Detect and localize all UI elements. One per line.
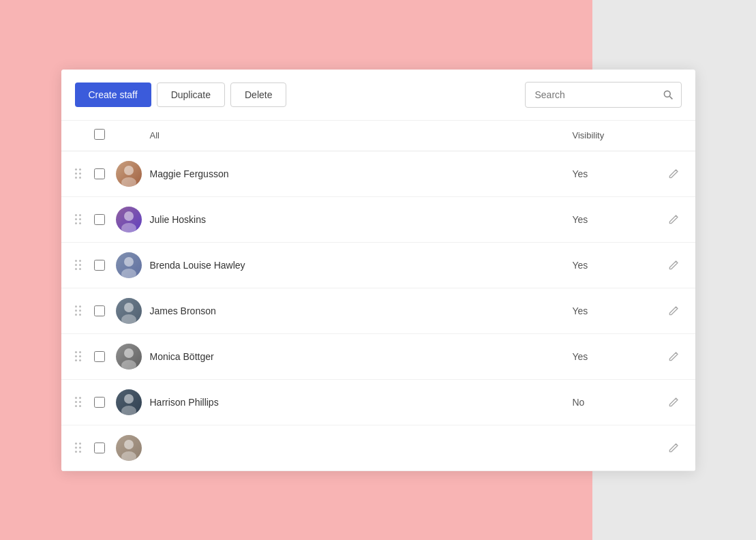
table-body: Maggie Fergusson Yes bbox=[61, 151, 695, 471]
row-checkbox-3[interactable] bbox=[94, 260, 105, 271]
edit-button-1[interactable] bbox=[665, 166, 682, 182]
svg-point-5 bbox=[121, 223, 136, 232]
table-row: James Bronson Yes bbox=[61, 288, 695, 334]
avatar bbox=[116, 252, 142, 278]
row-checkbox-5[interactable] bbox=[94, 351, 105, 362]
edit-button-2[interactable] bbox=[665, 211, 682, 228]
table-row: Harrison Phillips No bbox=[61, 380, 695, 425]
staff-list-card: Create staff Duplicate Delete All bbox=[61, 70, 695, 471]
avatar bbox=[116, 435, 142, 461]
name-column-header: All bbox=[150, 130, 573, 140]
create-staff-button[interactable]: Create staff bbox=[75, 82, 151, 107]
row-name-1: Maggie Fergusson bbox=[150, 168, 573, 179]
svg-point-11 bbox=[121, 360, 136, 370]
row-name-3: Brenda Louise Hawley bbox=[150, 260, 573, 271]
row-visibility-3: Yes bbox=[573, 260, 654, 271]
row-visibility-1: Yes bbox=[573, 168, 654, 179]
drag-handle[interactable] bbox=[75, 395, 94, 408]
drag-handle[interactable] bbox=[75, 350, 94, 363]
table-row bbox=[61, 425, 695, 471]
svg-point-2 bbox=[124, 166, 134, 175]
edit-button-6[interactable] bbox=[665, 394, 682, 410]
select-all-checkbox[interactable] bbox=[94, 129, 105, 140]
row-visibility-4: Yes bbox=[573, 305, 654, 316]
edit-button-4[interactable] bbox=[665, 303, 682, 319]
drag-handle[interactable] bbox=[75, 213, 94, 226]
search-input[interactable] bbox=[525, 82, 682, 108]
row-name-4: James Bronson bbox=[150, 305, 573, 316]
svg-point-10 bbox=[124, 348, 134, 358]
svg-point-9 bbox=[121, 314, 136, 324]
table-row: Brenda Louise Hawley Yes bbox=[61, 243, 695, 288]
row-name-2: Julie Hoskins bbox=[150, 214, 573, 225]
row-name-6: Harrison Phillips bbox=[150, 397, 573, 408]
avatar bbox=[116, 344, 142, 370]
svg-point-6 bbox=[124, 257, 134, 267]
row-name-5: Monica Böttger bbox=[150, 351, 573, 362]
duplicate-button[interactable]: Duplicate bbox=[157, 82, 225, 107]
toolbar: Create staff Duplicate Delete bbox=[61, 70, 695, 121]
avatar bbox=[116, 298, 142, 324]
svg-point-4 bbox=[124, 211, 134, 221]
svg-point-3 bbox=[121, 177, 136, 187]
svg-point-12 bbox=[124, 394, 134, 404]
table-header: All Visibility bbox=[61, 121, 695, 151]
avatar bbox=[116, 389, 142, 415]
svg-point-7 bbox=[121, 269, 136, 278]
row-visibility-5: Yes bbox=[573, 351, 654, 362]
delete-button[interactable]: Delete bbox=[230, 82, 286, 107]
svg-point-14 bbox=[124, 440, 134, 449]
row-visibility-2: Yes bbox=[573, 214, 654, 225]
edit-button-3[interactable] bbox=[665, 257, 682, 273]
row-checkbox-4[interactable] bbox=[94, 305, 105, 316]
avatar bbox=[116, 207, 142, 232]
search-wrap bbox=[525, 82, 682, 108]
drag-handle[interactable] bbox=[75, 167, 94, 180]
visibility-column-header: Visibility bbox=[573, 130, 654, 140]
avatar bbox=[116, 161, 142, 187]
table-row: Julie Hoskins Yes bbox=[61, 197, 695, 243]
svg-point-15 bbox=[121, 451, 136, 461]
row-checkbox-2[interactable] bbox=[94, 214, 105, 225]
drag-handle[interactable] bbox=[75, 258, 94, 271]
row-checkbox-7[interactable] bbox=[94, 442, 105, 453]
drag-handle[interactable] bbox=[75, 304, 94, 317]
row-checkbox-6[interactable] bbox=[94, 397, 105, 408]
edit-button-7[interactable] bbox=[665, 440, 682, 456]
table-row: Monica Böttger Yes bbox=[61, 334, 695, 380]
drag-handle[interactable] bbox=[75, 441, 94, 454]
edit-button-5[interactable] bbox=[665, 348, 682, 365]
svg-point-13 bbox=[121, 406, 136, 415]
row-checkbox-1[interactable] bbox=[94, 168, 105, 179]
svg-point-8 bbox=[124, 303, 134, 312]
row-visibility-6: No bbox=[573, 397, 654, 408]
table-row: Maggie Fergusson Yes bbox=[61, 151, 695, 197]
